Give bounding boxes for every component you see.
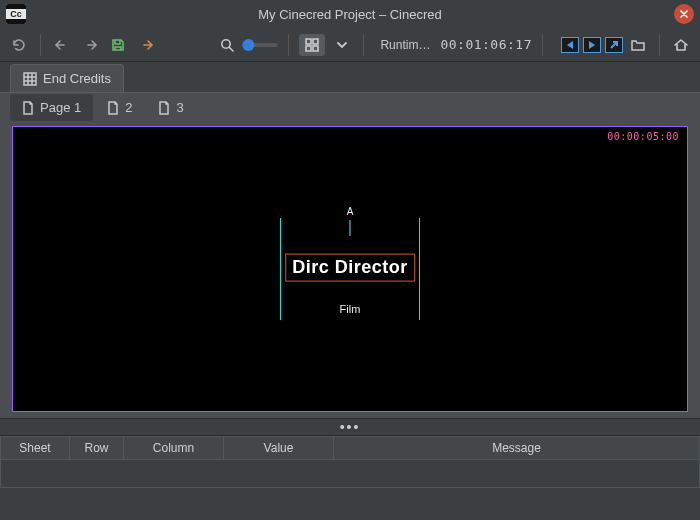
- tab-label: End Credits: [43, 71, 111, 86]
- tab-page-3[interactable]: 3: [146, 94, 195, 121]
- credit-block[interactable]: Dirc Director: [285, 254, 415, 282]
- issues-table: Sheet Row Column Value Message: [0, 436, 700, 488]
- main-toolbar: Runtim… 00:01:06:17: [0, 28, 700, 62]
- separator: [659, 34, 660, 56]
- guide-left: [280, 218, 281, 320]
- svg-rect-2: [313, 39, 318, 44]
- redo-button[interactable]: [79, 34, 101, 56]
- alignment-guides: A Dirc Director Film: [280, 224, 420, 314]
- separator: [542, 34, 543, 56]
- page-tabs: Page 1 2 3: [0, 92, 700, 122]
- window-title: My Cinecred Project – Cinecred: [0, 7, 700, 22]
- search-icon[interactable]: [216, 34, 238, 56]
- guide-right: [419, 218, 420, 320]
- th-sheet[interactable]: Sheet: [0, 436, 70, 460]
- play-button[interactable]: [583, 37, 601, 53]
- th-value[interactable]: Value: [224, 436, 334, 460]
- tab-end-credits[interactable]: End Credits: [10, 64, 124, 92]
- separator: [40, 34, 41, 56]
- export-button[interactable]: [605, 37, 623, 53]
- svg-rect-1: [306, 39, 311, 44]
- separator: [288, 34, 289, 56]
- spreadsheet-tabs: End Credits: [0, 62, 700, 92]
- title-bar: Cc My Cinecred Project – Cinecred: [0, 0, 700, 28]
- close-button[interactable]: [674, 4, 694, 24]
- play-start-button[interactable]: [561, 37, 579, 53]
- th-message[interactable]: Message: [334, 436, 700, 460]
- table-body-empty: [0, 460, 700, 488]
- svg-rect-3: [306, 46, 311, 51]
- tab-page-2[interactable]: 2: [95, 94, 144, 121]
- redo-alt-button[interactable]: [135, 34, 157, 56]
- preview-timecode: 00:00:05:00: [607, 131, 679, 142]
- app-icon: Cc: [6, 4, 26, 24]
- tab-page-1[interactable]: Page 1: [10, 94, 93, 121]
- th-row[interactable]: Row: [70, 436, 124, 460]
- export-group: [561, 34, 649, 56]
- panel-splitter[interactable]: •••: [0, 418, 700, 436]
- open-folder-button[interactable]: [627, 34, 649, 56]
- undo-button[interactable]: [51, 34, 73, 56]
- tab-label: 3: [176, 100, 183, 115]
- th-column[interactable]: Column: [124, 436, 224, 460]
- refresh-button[interactable]: [8, 34, 30, 56]
- preview-panel: 00:00:05:00 A Dirc Director Film: [0, 122, 700, 418]
- credit-subtitle: Film: [340, 303, 361, 315]
- runtime-timecode: 00:01:06:17: [440, 37, 532, 52]
- home-button[interactable]: [670, 34, 692, 56]
- layout-grid-button[interactable]: [299, 34, 325, 56]
- save-button[interactable]: [107, 34, 129, 56]
- svg-rect-4: [313, 46, 318, 51]
- tab-label: 2: [125, 100, 132, 115]
- layout-menu-chevron[interactable]: [331, 34, 353, 56]
- zoom-slider[interactable]: [246, 43, 278, 47]
- svg-rect-5: [24, 73, 36, 85]
- preview-canvas[interactable]: 00:00:05:00 A Dirc Director Film: [12, 126, 688, 412]
- zoom-slider-thumb[interactable]: [243, 39, 255, 51]
- runtime-label: Runtim…: [380, 38, 430, 52]
- credit-title: Dirc Director: [292, 257, 408, 277]
- axis-label: A: [347, 206, 354, 217]
- separator: [363, 34, 364, 56]
- zoom-group: [216, 34, 278, 56]
- table-header-row: Sheet Row Column Value Message: [0, 436, 700, 460]
- tab-label: Page 1: [40, 100, 81, 115]
- axis-tick: [350, 220, 351, 236]
